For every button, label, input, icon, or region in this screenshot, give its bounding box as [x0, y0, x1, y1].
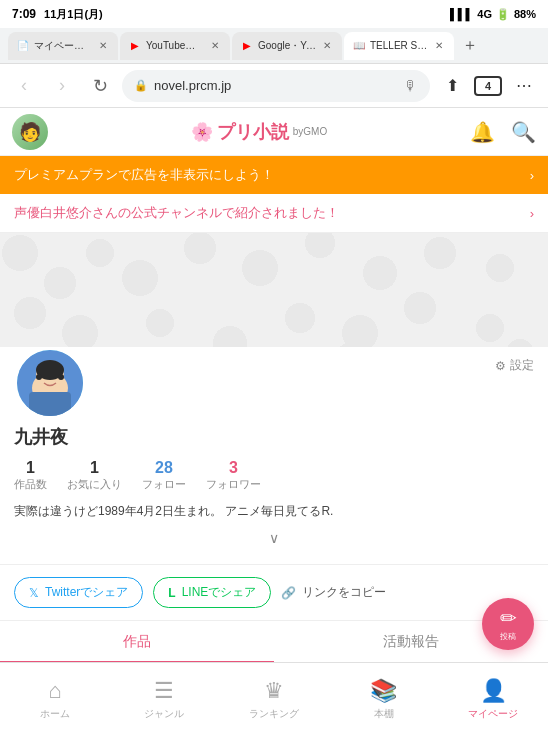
tab-works-label: 作品 — [123, 633, 151, 649]
profile-stats-row: 1 作品数 1 お気に入り 28 フォロー 3 フォロワー — [14, 459, 534, 492]
stat-followers[interactable]: 3 フォロワー — [206, 459, 261, 492]
signal-icon: ▌▌▌ — [450, 8, 473, 20]
line-share-icon: L — [168, 586, 175, 600]
svg-point-5 — [36, 374, 42, 380]
notification-icon[interactable]: 🔔 — [470, 120, 495, 144]
home-icon: ⌂ — [48, 678, 61, 704]
browser-nav-bar: ‹ › ↻ 🔒 novel.prcm.jp 🎙 ⬆ 4 ⋯ — [0, 64, 548, 108]
logo-text: プリ小説 — [217, 120, 289, 144]
post-fab-label: 投稿 — [500, 631, 516, 642]
logo-sub: byGMO — [293, 126, 327, 137]
app-header: 🧑 🌸 プリ小説 byGMO 🔔 🔍 — [0, 108, 548, 156]
user-avatar[interactable]: 🧑 — [12, 114, 48, 150]
forward-button[interactable]: › — [46, 70, 78, 102]
more-button[interactable]: ⋯ — [508, 70, 540, 102]
search-icon[interactable]: 🔍 — [511, 120, 536, 144]
post-fab-button[interactable]: ✏ 投稿 — [482, 598, 534, 650]
battery-level: 88% — [514, 8, 536, 20]
line-share-label: LINEでシェア — [182, 584, 257, 601]
nav-ranking-label: ランキング — [249, 707, 299, 721]
battery-icon: 🔋 — [496, 8, 510, 21]
bookshelf-icon: 📚 — [370, 678, 397, 704]
tab-label-3: Google・YouTube — [258, 39, 316, 53]
time: 7:09 — [12, 7, 36, 21]
premium-banner-arrow: › — [530, 168, 534, 183]
profile-bio: 実際は違うけど1989年4月2日生まれ。 アニメ毎日見てるR. — [14, 502, 534, 520]
nav-bookshelf[interactable]: 📚 本棚 — [329, 672, 439, 721]
stat-following[interactable]: 28 フォロー — [142, 459, 186, 492]
ranking-icon: ♛ — [264, 678, 284, 704]
nav-bookshelf-label: 本棚 — [374, 707, 394, 721]
share-button[interactable]: ⬆ — [436, 70, 468, 102]
settings-button[interactable]: ⚙ 設定 — [495, 357, 534, 374]
stat-followers-number: 3 — [229, 459, 238, 477]
premium-banner[interactable]: プレミアムプランで広告を非表示にしよう！ › — [0, 156, 548, 194]
tab-label-4: TELLER Studio — [370, 40, 428, 51]
tab-favicon-4: 📖 — [352, 39, 366, 53]
copy-link-icon: 🔗 — [281, 586, 296, 600]
back-button[interactable]: ‹ — [8, 70, 40, 102]
tab-favicon-3: ▶ — [240, 39, 254, 53]
stat-favorites-number: 1 — [90, 459, 99, 477]
bio-expand-button[interactable]: ∨ — [14, 524, 534, 552]
nav-mypage-label: マイページ — [468, 707, 518, 721]
lock-icon: 🔒 — [134, 79, 148, 92]
svg-point-6 — [58, 374, 64, 380]
line-share-button[interactable]: L LINEでシェア — [153, 577, 271, 608]
genre-icon: ☰ — [154, 678, 174, 704]
mic-icon[interactable]: 🎙 — [404, 78, 418, 94]
stat-followers-label: フォロワー — [206, 477, 261, 492]
tab-close-3[interactable]: ✕ — [320, 39, 334, 53]
nav-home[interactable]: ⌂ ホーム — [0, 672, 110, 721]
nav-home-label: ホーム — [40, 707, 70, 721]
network-type: 4G — [477, 8, 492, 20]
status-bar: 7:09 11月1日(月) ▌▌▌ 4G 🔋 88% — [0, 0, 548, 28]
notice-banner-text: 声優白井悠介さんの公式チャンネルで紹介されました！ — [14, 204, 339, 222]
tab-1[interactable]: 📄 マイページ｜無料ケ ✕ — [8, 32, 118, 60]
tab-label-1: マイページ｜無料ケ — [34, 39, 92, 53]
profile-section: ⚙ 設定 九井夜 1 作品数 1 お気に入り 28 フォロー 3 フォロワー 実… — [0, 347, 548, 564]
date: 11月1日(月) — [44, 7, 103, 22]
stat-works: 1 作品数 — [14, 459, 47, 492]
address-bar[interactable]: 🔒 novel.prcm.jp 🎙 — [122, 70, 430, 102]
premium-banner-text: プレミアムプランで広告を非表示にしよう！ — [14, 166, 274, 184]
tab-3[interactable]: ▶ Google・YouTube ✕ — [232, 32, 342, 60]
tab-close-2[interactable]: ✕ — [208, 39, 222, 53]
tab-2[interactable]: ▶ YouTubeでのデー ✕ — [120, 32, 230, 60]
reload-button[interactable]: ↻ — [84, 70, 116, 102]
tab-close-4[interactable]: ✕ — [432, 39, 446, 53]
copy-link-button[interactable]: 🔗 リンクをコピー — [281, 584, 386, 601]
content-tabs: 作品 活動報告 — [0, 621, 548, 664]
post-fab-icon: ✏ — [500, 606, 517, 630]
mypage-icon: 👤 — [480, 678, 507, 704]
header-icons: 🔔 🔍 — [470, 120, 536, 144]
stat-works-number: 1 — [26, 459, 35, 477]
tab-favicon-2: ▶ — [128, 39, 142, 53]
svg-rect-4 — [29, 392, 71, 416]
profile-avatar — [14, 347, 86, 419]
logo-flower: 🌸 — [191, 121, 213, 143]
tab-works[interactable]: 作品 — [0, 621, 274, 663]
tab-activity-label: 活動報告 — [383, 633, 439, 649]
stat-works-label: 作品数 — [14, 477, 47, 492]
twitter-share-icon: 𝕏 — [29, 586, 39, 600]
url-text: novel.prcm.jp — [154, 78, 398, 93]
nav-mypage[interactable]: 👤 マイページ — [438, 672, 548, 721]
tab-close-1[interactable]: ✕ — [96, 39, 110, 53]
main-scroll-area: 🧑 🌸 プリ小説 byGMO 🔔 🔍 プレミアムプランで広告を非表示にしよう！ … — [0, 108, 548, 682]
settings-gear-icon: ⚙ — [495, 359, 506, 373]
stat-favorites-label: お気に入り — [67, 477, 122, 492]
new-tab-button[interactable]: ＋ — [456, 32, 484, 60]
nav-ranking[interactable]: ♛ ランキング — [219, 672, 329, 721]
nav-genre[interactable]: ☰ ジャンル — [110, 672, 220, 721]
twitter-share-label: Twitterでシェア — [45, 584, 128, 601]
copy-link-label: リンクをコピー — [302, 584, 386, 601]
stat-following-label: フォロー — [142, 477, 186, 492]
notice-banner-arrow: › — [530, 206, 534, 221]
tab-count-button[interactable]: 4 — [474, 76, 502, 96]
notice-banner[interactable]: 声優白井悠介さんの公式チャンネルで紹介されました！ › — [0, 194, 548, 233]
twitter-share-button[interactable]: 𝕏 Twitterでシェア — [14, 577, 143, 608]
app-logo: 🌸 プリ小説 byGMO — [191, 120, 327, 144]
tab-4[interactable]: 📖 TELLER Studio ✕ — [344, 32, 454, 60]
tab-favicon-1: 📄 — [16, 39, 30, 53]
